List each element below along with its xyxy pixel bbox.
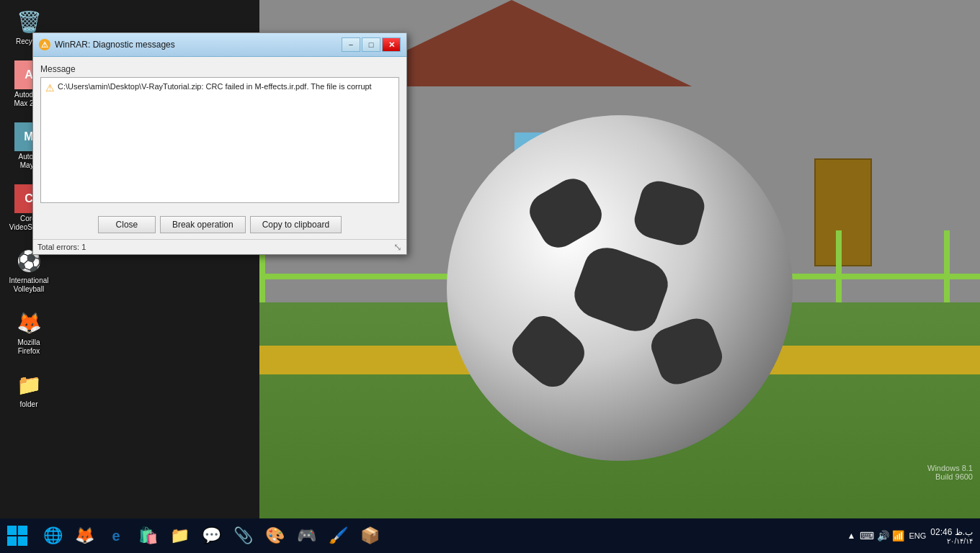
message-label: Message	[40, 64, 399, 74]
taskbar-right: ▲ ⌨ 🔊 📶 ENG 02:46 ب.ظ ۲۰/۱۴/۱۴	[840, 527, 980, 545]
taskbar-explorer[interactable]: 📁	[164, 521, 195, 551]
dialog-title-left: ⚠ WinRAR: Diagnostic messages	[39, 39, 175, 50]
close-button[interactable]: Close	[98, 216, 156, 233]
soccer-patch-4	[505, 308, 592, 394]
soccer-patch-3	[631, 177, 708, 250]
message-row: ⚠ C:\Users\amin\Desktop\V-RayTutorial.zi…	[45, 82, 394, 94]
copy-clipboard-button[interactable]: Copy to clipboard	[250, 216, 342, 233]
system-clock: 02:46 ب.ظ ۲۰/۱۴/۱۴	[930, 527, 973, 545]
folder-icon: 📁	[14, 370, 43, 399]
tray-icon-3: 📶	[892, 530, 904, 541]
soccer-patch-1	[569, 240, 674, 338]
taskbar-app7[interactable]: 📎	[228, 521, 258, 551]
clock-date: ۲۰/۱۴/۱۴	[930, 537, 973, 545]
taskbar-photoshop[interactable]: 🎨	[259, 521, 290, 551]
close-title-button[interactable]: ✕	[382, 37, 401, 52]
tray-icon-2: 🔊	[877, 530, 889, 541]
message-box: ⚠ C:\Users\amin\Desktop\V-RayTutorial.zi…	[40, 77, 399, 203]
resize-handle: ⤡	[393, 241, 402, 253]
windows-logo-icon	[7, 526, 27, 546]
dialog-warning-icon: ⚠	[39, 39, 50, 50]
start-button[interactable]	[0, 518, 35, 553]
taskbar: 🌐 🦊 e 🛍️ 📁 💬 📎 🎨 🎮 🖌️ 📦 ▲ ⌨ 🔊 📶 ENG 02:4…	[0, 518, 980, 553]
taskbar-paint[interactable]: 🖌️	[323, 521, 353, 551]
taskbar-winrar[interactable]: 📦	[355, 521, 385, 551]
build-text: Build 9600	[927, 472, 973, 481]
dialog-title-buttons: − □ ✕	[342, 37, 401, 52]
taskbar-skype[interactable]: 💬	[196, 521, 226, 551]
taskbar-app9[interactable]: 🎮	[291, 521, 321, 551]
soccer-patch-2	[523, 172, 608, 254]
taskbar-firefox[interactable]: 🦊	[69, 521, 99, 551]
dialog-body: Message ⚠ C:\Users\amin\Desktop\V-RayTut…	[33, 57, 406, 210]
taskbar-store[interactable]: 🛍️	[133, 521, 163, 551]
break-operation-button[interactable]: Break operation	[160, 216, 246, 233]
minimize-button[interactable]: −	[342, 37, 360, 52]
windows-version: Windows 8.1 Build 9600	[927, 464, 973, 481]
tray-icons: ⌨ 🔊 📶	[860, 530, 904, 541]
dialog-buttons: Close Break operation Copy to clipboard	[33, 210, 406, 239]
firefox-label: MozillaFirefox	[17, 338, 40, 356]
soccer-ball	[447, 115, 793, 461]
taskbar-apps: 🌐 🦊 e 🛍️ 📁 💬 📎 🎨 🎮 🖌️ 📦	[35, 521, 840, 551]
recycle-bin-icon: 🗑️	[14, 7, 43, 36]
error-message-text: C:\Users\amin\Desktop\V-RayTutorial.zip:…	[58, 82, 372, 91]
firefox-icon: 🦊	[14, 308, 43, 337]
soccer-patch-5	[646, 313, 727, 390]
taskbar-chrome[interactable]: 🌐	[37, 521, 68, 551]
desktop-icon-firefox[interactable]: 🦊 MozillaFirefox	[4, 308, 54, 356]
folder-label: folder	[19, 400, 37, 409]
desktop-icon-folder[interactable]: 📁 folder	[4, 370, 54, 409]
tray-chevron[interactable]: ▲	[847, 531, 856, 541]
warning-icon: ⚠	[45, 82, 55, 94]
dialog-status: Total errors: 1 ⤡	[33, 239, 406, 254]
desktop: 🗑️ Recyc... A Autode...Max 20... M Auto.…	[0, 0, 980, 518]
dialog-titlebar: ⚠ WinRAR: Diagnostic messages − □ ✕	[33, 33, 406, 57]
clock-time: 02:46 ب.ظ	[930, 527, 973, 537]
restore-button[interactable]: □	[362, 37, 380, 52]
scene-door	[814, 158, 872, 266]
taskbar-ie[interactable]: e	[101, 521, 131, 551]
total-errors-text: Total errors: 1	[37, 243, 86, 251]
dialog-title-text: WinRAR: Diagnostic messages	[55, 40, 175, 50]
intl-volleyball-label: InternationalVolleyball	[9, 276, 48, 294]
winrar-dialog: ⚠ WinRAR: Diagnostic messages − □ ✕ Mess…	[32, 32, 407, 255]
tray-icon-1: ⌨	[860, 530, 874, 541]
win-version-text: Windows 8.1	[927, 464, 973, 472]
language-indicator[interactable]: ENG	[909, 531, 926, 540]
